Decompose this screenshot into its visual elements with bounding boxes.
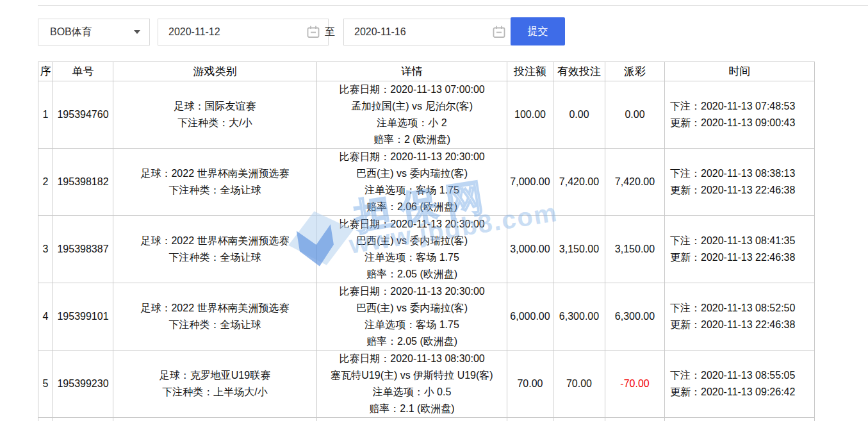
table-row: 2195398182足球：2022 世界杯南美洲预选赛下注种类：全场让球比赛日期… <box>38 149 815 216</box>
cell-order-no <box>53 418 113 421</box>
cell-category: 足球：2022 世界杯南美洲预选赛下注种类：全场让球 <box>113 149 317 216</box>
date-to-value: 2020-11-16 <box>354 26 406 38</box>
betting-records-page: BOB体育 2020-11-12 至 2020-11-16 提交 <box>0 0 868 421</box>
column-header-order_no: 单号 <box>53 62 113 81</box>
cell-details: 比赛日期：2020-11-13 20:30:00巴西(主) vs 委内瑞拉(客)… <box>317 216 507 283</box>
cell-valid-bet: 3,150.00 <box>553 216 605 283</box>
cell-payout: 7,420.00 <box>605 149 665 216</box>
date-from-value: 2020-11-12 <box>168 26 220 38</box>
cell-order-no: 195398387 <box>53 216 113 283</box>
submit-button[interactable]: 提交 <box>511 17 565 45</box>
bet-records-table: 序单号游戏类别详情投注额有效投注派彩时间 1195394760足球：国际友谊赛下… <box>38 62 815 421</box>
cell-valid-bet: 7,420.00 <box>553 149 605 216</box>
calendar-icon[interactable] <box>492 25 506 39</box>
calendar-icon[interactable] <box>306 25 320 39</box>
cell-time: 下注：2020-11-13 08:52:50更新：2020-11-13 22:4… <box>665 283 815 351</box>
cell-seq: 2 <box>38 149 53 216</box>
cell-category: 足球：国际友谊赛下注种类：大/小 <box>113 81 317 149</box>
cell-order-no: 195398182 <box>53 149 113 216</box>
cell-time: 下注：2020-11-13 08:55:05更新：2020-11-13 09:2… <box>665 351 815 418</box>
date-to-input[interactable]: 2020-11-16 <box>343 19 514 45</box>
cell-valid-bet: 70.00 <box>553 351 605 418</box>
chevron-down-icon <box>134 30 140 34</box>
cell-payout: 0.00 <box>605 81 665 149</box>
cell-seq: 1 <box>38 81 53 149</box>
cell-order-no: 195399230 <box>53 351 113 418</box>
cell-order-no: 195394760 <box>53 81 113 149</box>
table-row: 1195394760足球：国际友谊赛下注种类：大/小比赛日期：2020-11-1… <box>38 81 815 149</box>
cell-valid-bet: 6,300.00 <box>553 283 605 351</box>
column-header-category: 游戏类别 <box>113 62 317 81</box>
cell-bet-amount: 6,000.00 <box>507 283 553 351</box>
table-header-row: 序单号游戏类别详情投注额有效投注派彩时间 <box>38 62 815 81</box>
column-header-payout: 派彩 <box>605 62 665 81</box>
cell-time: 下注：2020-11-13 08:38:13更新：2020-11-13 22:4… <box>665 149 815 216</box>
cell-details: 比赛日期： <box>317 418 507 421</box>
top-divider <box>38 5 868 6</box>
cell-seq: 3 <box>38 216 53 283</box>
cell-time <box>665 418 815 421</box>
table-row: 4195399101足球：2022 世界杯南美洲预选赛下注种类：全场让球比赛日期… <box>38 283 815 351</box>
column-header-time: 时间 <box>665 62 815 81</box>
cell-time: 下注：2020-11-13 08:41:35更新：2020-11-13 22:4… <box>665 216 815 283</box>
date-range-to-label: 至 <box>325 26 335 39</box>
table-row: 3195398387足球：2022 世界杯南美洲预选赛下注种类：全场让球比赛日期… <box>38 216 815 283</box>
cell-bet-amount: 7,000.00 <box>507 149 553 216</box>
cell-time: 下注：2020-11-13 07:48:53更新：2020-11-13 09:0… <box>665 81 815 149</box>
date-from-input[interactable]: 2020-11-12 <box>158 19 329 45</box>
cell-payout <box>605 418 665 421</box>
table-row: 比赛日期： <box>38 418 815 421</box>
cell-bet-amount: 3,000.00 <box>507 216 553 283</box>
cell-order-no: 195399101 <box>53 283 113 351</box>
cell-seq <box>38 418 53 421</box>
column-header-seq: 序 <box>38 62 53 81</box>
cell-category: 足球：克罗地亚U19联赛下注种类：上半场大/小 <box>113 351 317 418</box>
cell-details: 比赛日期：2020-11-13 07:00:00孟加拉国(主) vs 尼泊尔(客… <box>317 81 507 149</box>
cell-payout: 3,150.00 <box>605 216 665 283</box>
table-row: 5195399230足球：克罗地亚U19联赛下注种类：上半场大/小比赛日期：20… <box>38 351 815 418</box>
column-header-details: 详情 <box>317 62 507 81</box>
cell-bet-amount: 70.00 <box>507 351 553 418</box>
cell-valid-bet: 0.00 <box>553 81 605 149</box>
cell-category <box>113 418 317 421</box>
cell-details: 比赛日期：2020-11-13 08:30:00塞瓦特U19(主) vs 伊斯特… <box>317 351 507 418</box>
cell-bet-amount <box>507 418 553 421</box>
cell-category: 足球：2022 世界杯南美洲预选赛下注种类：全场让球 <box>113 283 317 351</box>
cell-payout: -70.00 <box>605 351 665 418</box>
cell-seq: 4 <box>38 283 53 351</box>
cell-valid-bet <box>553 418 605 421</box>
platform-select-value: BOB体育 <box>38 26 92 39</box>
cell-category: 足球：2022 世界杯南美洲预选赛下注种类：全场让球 <box>113 216 317 283</box>
cell-seq: 5 <box>38 351 53 418</box>
cell-payout: 6,300.00 <box>605 283 665 351</box>
platform-select[interactable]: BOB体育 <box>38 19 150 45</box>
cell-details: 比赛日期：2020-11-13 20:30:00巴西(主) vs 委内瑞拉(客)… <box>317 149 507 216</box>
column-header-valid_bet: 有效投注 <box>553 62 605 81</box>
cell-bet-amount: 100.00 <box>507 81 553 149</box>
cell-details: 比赛日期：2020-11-13 20:30:00巴西(主) vs 委内瑞拉(客)… <box>317 283 507 351</box>
column-header-bet_amount: 投注额 <box>507 62 553 81</box>
